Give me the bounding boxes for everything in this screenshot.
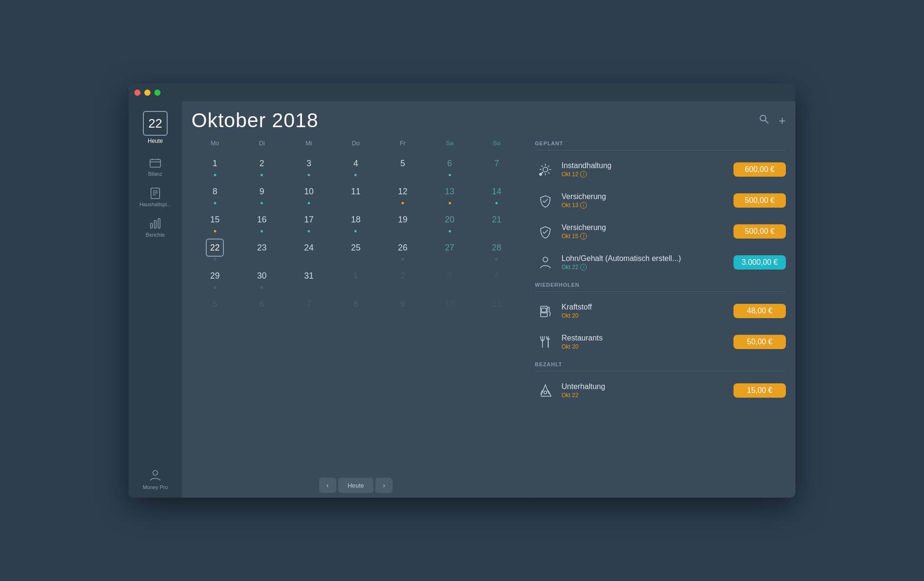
- cal-day-30[interactable]: 30: [239, 264, 286, 292]
- today-nav-button[interactable]: Heute: [338, 478, 374, 493]
- cal-day-1[interactable]: 1: [332, 264, 380, 292]
- cal-day-11[interactable]: 11: [473, 292, 520, 320]
- svg-rect-0: [150, 160, 161, 167]
- cal-day-14[interactable]: 14: [473, 180, 520, 208]
- cal-day-6[interactable]: 6: [426, 151, 473, 180]
- cal-day-28[interactable]: 28: [473, 236, 520, 264]
- col-so: So: [473, 137, 520, 150]
- cal-day-31[interactable]: 31: [285, 264, 332, 292]
- cal-day-10[interactable]: 10: [285, 180, 332, 208]
- col-sa: Sa: [426, 137, 473, 150]
- close-button[interactable]: [134, 90, 141, 96]
- cal-day-9[interactable]: 9: [379, 292, 426, 320]
- cal-day-6[interactable]: 6: [239, 292, 286, 320]
- item-amount: 600,00 €: [733, 162, 786, 177]
- maximize-button[interactable]: [154, 90, 161, 96]
- sidebar-item-moneypro[interactable]: Money Pro: [142, 463, 168, 498]
- schedule-item[interactable]: VersicherungOkt 13i500,00 €: [535, 185, 786, 216]
- fuel-icon: [535, 301, 556, 321]
- app-body: 22 Heute Bilanz: [129, 101, 795, 498]
- svg-point-14: [543, 167, 548, 172]
- svg-rect-8: [151, 223, 152, 228]
- item-name: Instandhaltung: [562, 161, 733, 170]
- item-amount: 50,00 €: [733, 335, 786, 349]
- cal-day-2[interactable]: 2: [239, 151, 286, 180]
- item-date: Okt 12i: [562, 171, 733, 178]
- info-icon[interactable]: i: [580, 233, 587, 240]
- sidebar: 22 Heute Bilanz: [129, 101, 182, 498]
- item-name: Versicherung: [562, 192, 733, 201]
- cal-day-5[interactable]: 5: [379, 151, 426, 180]
- cal-day-27[interactable]: 27: [426, 236, 473, 264]
- cal-day-19[interactable]: 19: [379, 208, 426, 236]
- cal-day-10[interactable]: 10: [426, 292, 473, 320]
- schedule-item[interactable]: VersicherungOkt 15i500,00 €: [535, 216, 786, 247]
- cal-day-3[interactable]: 3: [426, 264, 473, 292]
- cal-day-8[interactable]: 8: [191, 180, 239, 208]
- item-info: VersicherungOkt 13i: [562, 192, 733, 209]
- cal-day-13[interactable]: 13: [426, 180, 473, 208]
- cal-day-26[interactable]: 26: [379, 236, 426, 264]
- add-button[interactable]: +: [779, 113, 786, 128]
- bilanz-icon: [149, 156, 162, 169]
- item-name: Kraftstoff: [562, 303, 733, 311]
- schedule-item[interactable]: RestaurantsOkt 2050,00 €: [535, 327, 786, 358]
- section-divider-2: [535, 371, 786, 371]
- cal-day-23[interactable]: 23: [239, 236, 286, 264]
- minimize-button[interactable]: [144, 90, 151, 96]
- cal-day-25[interactable]: 25: [332, 236, 380, 264]
- haushalt-label: Haushaltspl...: [140, 201, 171, 207]
- schedule-item[interactable]: InstandhaltungOkt 12i600,00 €: [535, 154, 786, 185]
- item-info: InstandhaltungOkt 12i: [562, 161, 733, 178]
- cal-day-22[interactable]: 22: [191, 236, 239, 264]
- cal-day-20[interactable]: 20: [426, 208, 473, 236]
- titlebar: [129, 83, 795, 101]
- sidebar-item-haushalt[interactable]: Haushaltspl...: [129, 181, 182, 212]
- cal-day-9[interactable]: 9: [239, 180, 286, 208]
- item-amount: 48,00 €: [733, 304, 786, 318]
- col-di: Di: [239, 137, 286, 150]
- main-content: Oktober 2018 +: [182, 101, 795, 498]
- cal-day-29[interactable]: 29: [191, 264, 239, 292]
- next-month-button[interactable]: ›: [375, 478, 392, 493]
- cal-day-24[interactable]: 24: [285, 236, 332, 264]
- info-icon[interactable]: i: [580, 171, 587, 178]
- cal-day-4[interactable]: 4: [332, 151, 380, 180]
- item-name: Unterhaltung: [562, 382, 733, 391]
- traffic-lights: [134, 90, 161, 96]
- calendar-section: Mo Di Mi Do Fr Sa So 1234567891011121314…: [182, 132, 530, 498]
- main-header: Oktober 2018 +: [182, 101, 795, 132]
- salary-icon: [535, 252, 556, 273]
- cal-day-4[interactable]: 4: [473, 264, 520, 292]
- item-date: Okt 13i: [562, 202, 733, 209]
- section-divider-1: [535, 291, 786, 292]
- cal-day-2[interactable]: 2: [379, 264, 426, 292]
- sidebar-item-berichte[interactable]: Berichte: [129, 212, 182, 242]
- cal-day-7[interactable]: 7: [285, 292, 332, 320]
- cal-day-21[interactable]: 21: [473, 208, 520, 236]
- schedule-item[interactable]: Lohn/Gehalt (Automatisch erstell...)Okt …: [535, 247, 786, 278]
- cal-day-18[interactable]: 18: [332, 208, 380, 236]
- prev-month-button[interactable]: ‹: [319, 478, 336, 493]
- cal-day-7[interactable]: 7: [473, 151, 520, 180]
- section-label-2: BEZAHLT: [535, 361, 786, 367]
- schedule-item[interactable]: UnterhaltungOkt 2215,00 €: [535, 375, 786, 406]
- info-icon[interactable]: i: [580, 202, 587, 209]
- sidebar-item-bilanz[interactable]: Bilanz: [129, 151, 182, 181]
- cal-day-11[interactable]: 11: [332, 180, 380, 208]
- cal-day-3[interactable]: 3: [285, 151, 332, 180]
- cal-day-16[interactable]: 16: [239, 208, 286, 236]
- svg-rect-10: [158, 219, 160, 228]
- search-button[interactable]: [759, 114, 769, 127]
- cal-day-8[interactable]: 8: [332, 292, 380, 320]
- cal-day-17[interactable]: 17: [285, 208, 332, 236]
- schedule-item[interactable]: KraftstoffOkt 2048,00 €: [535, 296, 786, 327]
- item-amount: 500,00 €: [733, 193, 786, 208]
- insurance-icon: [535, 221, 556, 242]
- cal-day-15[interactable]: 15: [191, 208, 239, 236]
- info-icon[interactable]: i: [580, 264, 587, 270]
- cal-day-1[interactable]: 1: [191, 151, 239, 180]
- cal-day-5[interactable]: 5: [191, 292, 239, 320]
- sidebar-item-today[interactable]: 22 Heute: [129, 106, 182, 151]
- cal-day-12[interactable]: 12: [379, 180, 426, 208]
